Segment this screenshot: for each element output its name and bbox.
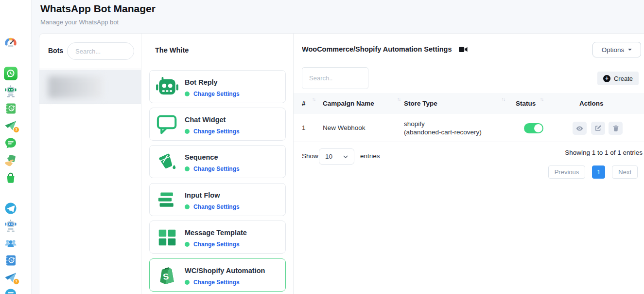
- previous-page-button[interactable]: Previous: [548, 165, 586, 179]
- change-settings-link[interactable]: Change Settings: [193, 91, 240, 97]
- status-dot: [185, 204, 190, 209]
- notification-badge: 1: [13, 278, 19, 285]
- whatsapp-bot-icon[interactable]: [4, 84, 17, 98]
- bot-name-redacted: [48, 76, 103, 98]
- page-subtitle: Manage your WhatsApp bot: [40, 18, 119, 26]
- page-1-button[interactable]: 1: [592, 165, 605, 179]
- pagination: Previous 1 Next: [548, 165, 638, 179]
- row-store-type-line2: (abandoned-cart-recovery): [404, 129, 482, 136]
- chevron-down-icon: [343, 155, 348, 158]
- whatsapp-chat-icon[interactable]: [4, 136, 17, 150]
- change-settings-link[interactable]: Change Settings: [193, 241, 240, 248]
- column-header-status[interactable]: Status: [516, 100, 536, 107]
- column-header-store-type[interactable]: Store Type: [404, 100, 437, 107]
- dashboard-gauge-icon[interactable]: [4, 37, 17, 50]
- status-dot: [185, 166, 190, 171]
- showing-entries-text: Showing 1 to 1 of 1 entries: [565, 149, 643, 156]
- video-tutorial-icon[interactable]: [459, 46, 468, 53]
- feature-card-input-flow[interactable]: Input Flow Change Settings: [149, 183, 286, 216]
- change-settings-link[interactable]: Change Settings: [193, 165, 240, 172]
- status-dot: [185, 280, 190, 285]
- whatsapp-icon[interactable]: [4, 67, 17, 80]
- feature-card-sequence[interactable]: Sequence Change Settings: [149, 145, 286, 178]
- feature-title: Bot Reply: [185, 78, 218, 86]
- change-settings-link[interactable]: Change Settings: [193, 128, 240, 135]
- row-num: 1: [302, 124, 306, 131]
- change-settings-link[interactable]: Change Settings: [193, 203, 240, 210]
- status-dot: [185, 129, 190, 134]
- whatsapp-broadcast-icon[interactable]: 1: [4, 119, 17, 132]
- feature-title: Sequence: [185, 153, 218, 161]
- bots-panel-title: Bots: [48, 47, 63, 55]
- status-dot: [185, 92, 190, 96]
- trash-icon: [613, 125, 619, 131]
- feature-card-chat-widget[interactable]: Chat Widget Change Settings: [149, 108, 286, 141]
- feature-title: Input Flow: [185, 191, 220, 199]
- entries-label: entries: [360, 152, 380, 160]
- telegram-icon[interactable]: [4, 202, 17, 215]
- table-row: 1 New Webhook shopify (abandoned-cart-re…: [294, 114, 644, 142]
- chevron-down-icon: [628, 49, 632, 51]
- notification-badge: 1: [13, 127, 19, 133]
- feature-card-message-template[interactable]: Message Template Change Settings: [149, 220, 286, 254]
- next-page-button[interactable]: Next: [612, 165, 638, 179]
- column-header-actions: Actions: [579, 100, 604, 107]
- sort-icon[interactable]: ↑↓: [312, 97, 315, 102]
- edit-icon: [595, 125, 601, 131]
- whatsapp-contacts-icon[interactable]: [4, 102, 17, 115]
- column-header-campaign-name[interactable]: Campaign Name: [323, 100, 374, 107]
- bots-panel-header: Bots: [39, 34, 141, 69]
- partial-bubble-icon[interactable]: [4, 287, 17, 294]
- delete-button[interactable]: [609, 122, 623, 135]
- page-title: WhatsApp Bot Manager: [40, 3, 156, 15]
- eye-icon: [576, 126, 583, 131]
- robot-icon: [156, 76, 179, 98]
- bot-manager-card: Bots The White Bot Reply: [39, 33, 644, 294]
- whatsapp-store-icon[interactable]: [4, 171, 17, 185]
- telegram-broadcast-icon[interactable]: 1: [4, 271, 17, 284]
- automation-settings-panel: WooCommerce/Shopify Automation Settings …: [294, 34, 644, 294]
- show-label: Show: [302, 152, 318, 160]
- chat-bubble-icon: [156, 114, 179, 135]
- create-button[interactable]: + Create: [597, 72, 639, 85]
- feature-title: Message Template: [185, 229, 247, 237]
- paint-bucket-icon: [156, 151, 179, 173]
- grid-icon: [156, 227, 179, 248]
- options-button[interactable]: Options: [592, 42, 641, 57]
- campaign-search-input[interactable]: [302, 67, 368, 89]
- bots-search-input[interactable]: [67, 42, 134, 60]
- telegram-contacts-icon[interactable]: [4, 254, 17, 267]
- bot-features-panel: The White Bot Reply Change Settings: [141, 34, 294, 294]
- bot-list-item-selected[interactable]: [39, 70, 141, 104]
- list-bars-icon: [156, 189, 179, 211]
- sort-icon[interactable]: ↑↓: [502, 97, 505, 102]
- row-campaign-name: New Webhook: [323, 124, 366, 131]
- bots-panel: Bots: [39, 34, 141, 294]
- sort-icon[interactable]: ↑↓: [397, 97, 400, 102]
- column-header-num[interactable]: #: [302, 100, 306, 107]
- telegram-bot-icon[interactable]: [4, 219, 17, 232]
- panel-title: WooCommerce/Shopify Automation Settings: [302, 45, 452, 53]
- page-size-select[interactable]: 10: [319, 148, 354, 165]
- status-toggle[interactable]: [524, 123, 543, 133]
- view-button[interactable]: [573, 122, 587, 135]
- table-header: # ↑↓ Campaign Name ↑↓ Store Type ↑↓ Stat…: [294, 93, 644, 114]
- feature-title: Chat Widget: [185, 116, 226, 124]
- change-settings-link[interactable]: Change Settings: [193, 279, 240, 286]
- feature-card-bot-reply[interactable]: Bot Reply Change Settings: [149, 70, 286, 103]
- shopify-bag-icon: S: [156, 265, 179, 286]
- row-store-type-line1: shopify: [404, 120, 425, 128]
- edit-button[interactable]: [591, 122, 605, 135]
- whatsapp-integration-icon[interactable]: [4, 154, 17, 167]
- bot-name-title: The White: [155, 46, 189, 54]
- plus-icon: +: [603, 75, 610, 82]
- feature-card-wc-shopify-automation[interactable]: S WC/Shopify Automation Change Settings: [149, 258, 286, 292]
- sort-icon[interactable]: ↑↓: [540, 97, 543, 102]
- app-sidebar: 1: [0, 0, 32, 294]
- status-dot: [185, 242, 190, 247]
- telegram-group-icon[interactable]: [4, 236, 17, 250]
- feature-title: WC/Shopify Automation: [185, 267, 265, 275]
